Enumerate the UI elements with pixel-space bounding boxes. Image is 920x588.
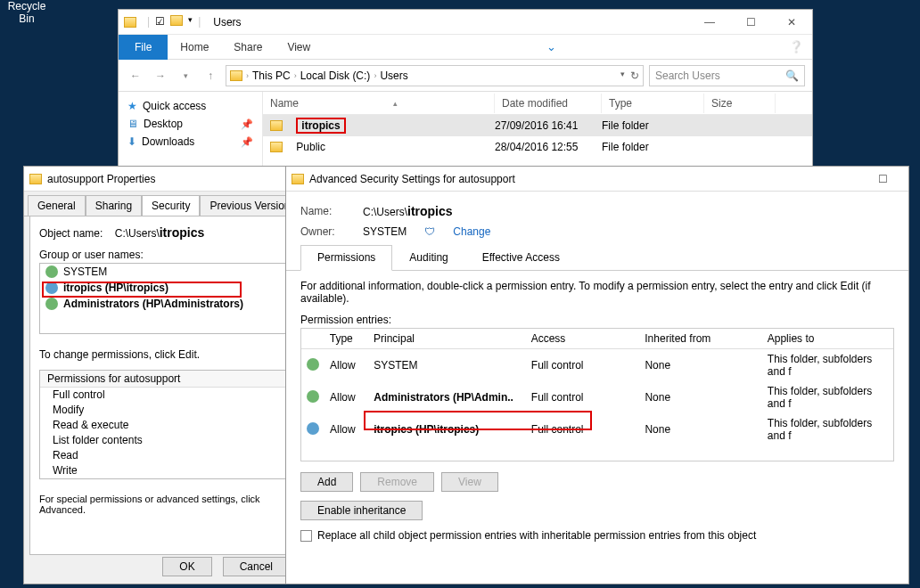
shield-icon: 🛡: [424, 225, 435, 238]
search-input[interactable]: Search Users 🔍: [649, 65, 805, 86]
list-header: Name▴ Date modified Type Size: [263, 92, 812, 115]
address-dropdown-icon[interactable]: ▾: [620, 69, 625, 82]
nav-downloads[interactable]: ⬇Downloads📌: [119, 133, 262, 151]
nav-downloads-label: Downloads: [142, 135, 194, 148]
entry-principal: SYSTEM: [368, 355, 526, 375]
file-name: Public: [296, 141, 325, 153]
maximize-button[interactable]: ☐: [862, 167, 903, 192]
qat-divider2: |: [198, 15, 201, 29]
qat-properties-icon[interactable]: ☑: [155, 15, 165, 29]
entry-type: Allow: [324, 420, 368, 439]
entry-row[interactable]: Allow Administrators (HP\Admin.. Full co…: [301, 381, 893, 413]
help-icon[interactable]: ❔: [789, 40, 812, 53]
close-button[interactable]: ✕: [771, 10, 812, 35]
minimize-button[interactable]: —: [689, 10, 730, 35]
quick-access-label: Quick access: [143, 100, 206, 112]
file-tab[interactable]: File: [119, 35, 168, 60]
replace-label: Replace all child object permission entr…: [317, 529, 756, 542]
entry-type: Allow: [324, 355, 368, 375]
add-button[interactable]: Add: [300, 472, 353, 492]
crumb-users[interactable]: Users: [380, 69, 407, 82]
group-icon: [45, 265, 58, 278]
file-type: File folder: [602, 141, 704, 153]
col-type[interactable]: Type: [324, 329, 368, 348]
up-button[interactable]: ↑: [201, 69, 220, 82]
quick-access[interactable]: ★Quick access: [119, 97, 262, 115]
recycle-bin[interactable]: Recycle Bin: [0, 0, 53, 25]
file-date: 28/04/2016 12:55: [495, 141, 602, 153]
crumb-thispc[interactable]: This PC: [252, 69, 291, 82]
qat-newfolder-icon[interactable]: [170, 15, 183, 29]
explorer-window: | ☑ ▾ | Users — ☐ ✕ File Home Share View…: [118, 9, 813, 191]
refresh-button[interactable]: ↻: [630, 69, 639, 82]
nav-desktop[interactable]: 🖥Desktop📌: [119, 115, 262, 133]
folder-icon: [270, 120, 283, 131]
forward-button[interactable]: →: [151, 69, 170, 82]
search-icon[interactable]: 🔍: [785, 69, 799, 82]
window-title: Users: [213, 16, 241, 29]
tab-auditing[interactable]: Auditing: [392, 245, 464, 270]
ok-button[interactable]: OK: [162, 557, 211, 576]
view-tab[interactable]: View: [275, 35, 323, 60]
view-button[interactable]: View: [441, 472, 498, 492]
ribbon-expand-icon[interactable]: ⌄: [546, 40, 565, 53]
group-icon: [307, 390, 319, 403]
pin-icon: 📌: [241, 136, 253, 148]
folder-icon: [29, 174, 42, 184]
back-button[interactable]: ←: [126, 69, 145, 82]
tab-security[interactable]: Security: [142, 195, 200, 216]
col-principal[interactable]: Principal: [368, 329, 526, 348]
folder-icon: [270, 142, 283, 152]
object-name-label: Object name:: [39, 227, 103, 240]
sort-asc-icon: ▴: [393, 99, 398, 108]
star-icon: ★: [127, 100, 137, 112]
entry-type: Allow: [324, 388, 368, 407]
tab-sharing[interactable]: Sharing: [86, 195, 142, 216]
col-date[interactable]: Date modified: [495, 94, 602, 113]
folder-icon: [292, 174, 304, 184]
advanced-label: For special permissions or advanced sett…: [39, 494, 280, 515]
tab-effective-access[interactable]: Effective Access: [465, 245, 577, 270]
group-name: SYSTEM: [63, 265, 107, 278]
enable-inheritance-button[interactable]: Enable inheritance: [300, 501, 423, 520]
col-name[interactable]: Name▴: [263, 94, 495, 113]
qat-divider: |: [147, 15, 150, 29]
tab-general[interactable]: General: [28, 195, 86, 216]
address-bar[interactable]: ›This PC ›Local Disk (C:) ›Users ▾ ↻: [226, 65, 644, 86]
tab-permissions[interactable]: Permissions: [300, 245, 392, 271]
qat-dropdown-icon[interactable]: ▾: [188, 15, 193, 29]
share-tab[interactable]: Share: [221, 35, 275, 60]
cancel-button[interactable]: Cancel: [223, 557, 290, 576]
object-path-prefix: C:\Users\: [115, 227, 160, 240]
navbar: ← → ▾ ↑ ›This PC ›Local Disk (C:) ›Users…: [119, 60, 812, 92]
properties-title: autosupport Properties: [47, 173, 155, 185]
col-type[interactable]: Type: [602, 94, 704, 113]
col-access[interactable]: Access: [526, 329, 640, 348]
entry-access: Full control: [526, 388, 640, 407]
advanced-tabs: Permissions Auditing Effective Access: [286, 245, 908, 271]
name-label: Name:: [300, 205, 345, 217]
remove-button[interactable]: Remove: [360, 472, 434, 492]
name-value: itropics: [407, 204, 453, 218]
file-row-itropics[interactable]: itropics 27/09/2016 16:41 File folder: [263, 115, 812, 136]
maximize-button[interactable]: ☐: [730, 10, 771, 35]
entry-access: Full control: [526, 355, 640, 375]
replace-checkbox[interactable]: [300, 530, 312, 542]
change-owner-link[interactable]: Change: [453, 225, 490, 238]
col-inherited[interactable]: Inherited from: [639, 329, 761, 348]
crumb-localdisk[interactable]: Local Disk (C:): [300, 69, 371, 82]
col-size[interactable]: Size: [704, 94, 776, 113]
col-applies[interactable]: Applies to: [762, 329, 893, 348]
home-tab[interactable]: Home: [168, 35, 221, 60]
ribbon: File Home Share View ⌄ ❔: [119, 35, 812, 60]
entry-row[interactable]: Allow itropics (HP\itropics) Full contro…: [301, 413, 893, 445]
owner-value: SYSTEM: [363, 225, 407, 238]
file-row-public[interactable]: Public 28/04/2016 12:55 File folder: [263, 136, 812, 158]
file-type: File folder: [602, 119, 704, 132]
entry-applies: This folder, subfolders and f: [762, 413, 893, 445]
address-folder-icon: [230, 70, 242, 81]
file-date: 27/09/2016 16:41: [495, 119, 602, 132]
recent-dropdown[interactable]: ▾: [176, 71, 195, 80]
entry-row[interactable]: Allow SYSTEM Full control None This fold…: [301, 349, 893, 381]
highlight-box: [364, 411, 592, 430]
